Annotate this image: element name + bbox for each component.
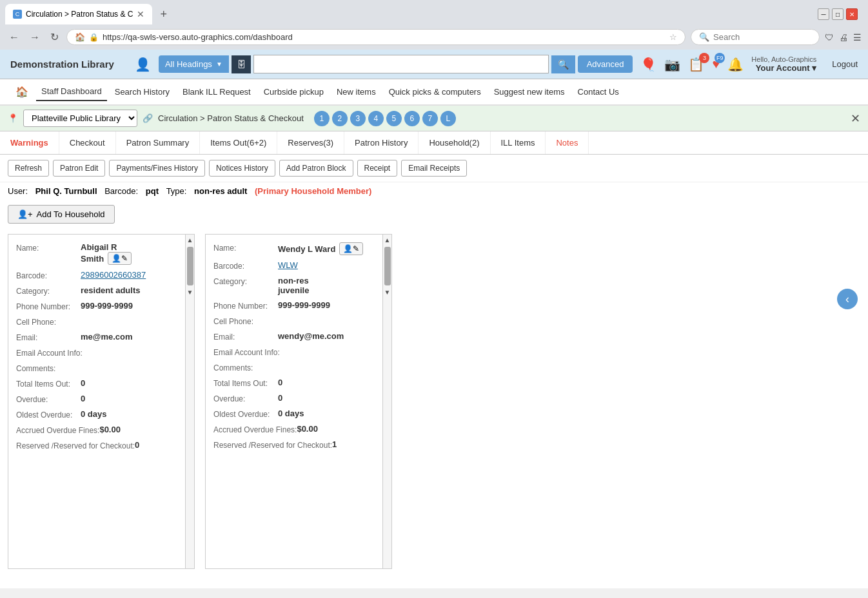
tab-patron-history[interactable]: Patron History — [344, 131, 419, 154]
nav-new-items[interactable]: New items — [331, 83, 381, 101]
nav-curbside[interactable]: Curbside pickup — [259, 83, 329, 101]
page-6[interactable]: 6 — [404, 111, 420, 126]
star-icon[interactable]: ☆ — [669, 32, 677, 42]
search-box[interactable]: 🔍 — [691, 29, 820, 45]
patron-2-email-account-label: Email Account Info: — [213, 347, 280, 357]
patron-card-2-content: Name: Wendy L Ward 👤✎ Barcode: WLW — [206, 235, 384, 463]
address-url: https://qa-swls-verso.auto-graphics.com/… — [103, 32, 666, 42]
nav-search-history[interactable]: Search History — [110, 83, 175, 101]
search-input[interactable] — [713, 32, 804, 42]
page-5[interactable]: 5 — [386, 111, 402, 126]
tab-reserves[interactable]: Reserves(3) — [277, 131, 344, 154]
nav-blank-ill[interactable]: Blank ILL Request — [177, 83, 256, 101]
home-icon: 🏠 — [75, 32, 85, 42]
menu-icon[interactable]: ☰ — [853, 32, 862, 43]
receipt-button[interactable]: Receipt — [357, 160, 398, 177]
patron-1-barcode[interactable]: 29896002660387 — [81, 270, 146, 280]
user-label: User: — [8, 186, 28, 196]
patron-1-email: me@me.com — [81, 332, 133, 342]
email-receipts-button[interactable]: Email Receipts — [401, 160, 467, 177]
add-patron-block-button[interactable]: Add Patron Block — [279, 160, 353, 177]
address-bar: ← → ↻ 🏠 🔒 https://qa-swls-verso.auto-gra… — [0, 24, 868, 50]
maximize-button[interactable]: □ — [832, 8, 843, 20]
type-label: Type: — [166, 186, 187, 196]
forward-button[interactable]: → — [27, 29, 43, 46]
library-select[interactable]: Platteville Public Library — [23, 110, 137, 127]
print-icon[interactable]: 🖨 — [839, 32, 848, 43]
page-L[interactable]: L — [440, 111, 456, 126]
bell-icon[interactable]: 🔔 — [727, 57, 744, 72]
minimize-button[interactable]: ─ — [818, 8, 829, 20]
patron-2-overdue-label: Overdue: — [213, 393, 278, 403]
patron-1-scrollbar[interactable]: ▲ ▼ — [185, 235, 194, 568]
address-input-wrap[interactable]: 🏠 🔒 https://qa-swls-verso.auto-graphics.… — [66, 29, 686, 45]
patron-2-overdue-field: Overdue: 0 — [213, 393, 376, 403]
tab-warnings[interactable]: Warnings — [0, 131, 59, 154]
add-person-icon: 👤+ — [17, 209, 33, 219]
scroll-down-2-icon[interactable]: ▼ — [383, 287, 391, 298]
patron-card-1: Name: Abigail R Smith 👤✎ Barcode: — [8, 234, 195, 569]
notices-history-button[interactable]: Notices History — [209, 160, 275, 177]
tab-household[interactable]: Household(2) — [419, 131, 490, 154]
page-2[interactable]: 2 — [332, 111, 348, 126]
search-input[interactable] — [253, 55, 549, 73]
patron-1-comments-label: Comments: — [16, 363, 81, 373]
nav-suggest[interactable]: Suggest new items — [489, 83, 570, 101]
nav-contact[interactable]: Contact Us — [573, 83, 624, 101]
patron-1-edit-icon-button[interactable]: 👤✎ — [108, 252, 132, 265]
patron-2-name-label: Name: — [213, 242, 278, 255]
balloon-icon[interactable]: 🎈 — [640, 57, 656, 72]
patron-2-barcode[interactable]: WLW — [278, 260, 298, 271]
new-tab-button[interactable]: + — [155, 5, 172, 24]
scroll-thumb-2[interactable] — [384, 247, 391, 285]
patron-1-oldest-overdue-field: Oldest Overdue: 0 days — [16, 409, 179, 420]
advanced-search-button[interactable]: Advanced — [578, 55, 633, 73]
database-icon[interactable]: 🗄 — [232, 55, 251, 73]
close-button[interactable]: ✕ — [846, 8, 858, 20]
patron-1-overdue-field: Overdue: 0 — [16, 394, 179, 404]
refresh-button[interactable]: Refresh — [8, 160, 49, 177]
nav-home-icon[interactable]: 🏠 — [10, 82, 34, 102]
page-4[interactable]: 4 — [368, 111, 384, 126]
page-7[interactable]: 7 — [422, 111, 438, 126]
heading-select[interactable]: All Headings ▼ — [159, 55, 229, 73]
patron-2-email-account-field: Email Account Info: — [213, 347, 376, 357]
user-name: Phil Q. Turnbull — [35, 186, 97, 196]
tab-patron-summary[interactable]: Patron Summary — [116, 131, 201, 154]
search-button[interactable]: 🔍 — [551, 55, 575, 73]
nav-staff-dashboard[interactable]: Staff Dashboard — [36, 82, 107, 101]
user-info: Hello, Auto-Graphics Your Account ▾ — [751, 55, 816, 73]
scroll-up-2-icon[interactable]: ▲ — [383, 235, 391, 246]
tab-items-out[interactable]: Items Out(6+2) — [200, 131, 277, 154]
nav-quick-picks[interactable]: Quick picks & computers — [384, 83, 486, 101]
patron-1-overdue: 0 — [81, 394, 85, 404]
patron-2-edit-icon-button[interactable]: 👤✎ — [339, 242, 363, 255]
patron-2-fines-field: Accrued Overdue Fines: $0.00 — [213, 424, 376, 434]
patron-edit-button[interactable]: Patron Edit — [53, 160, 105, 177]
tab-notes[interactable]: Notes — [546, 131, 589, 154]
patron-2-scrollbar[interactable]: ▲ ▼ — [382, 235, 391, 568]
tab-close-icon[interactable]: ✕ — [137, 10, 144, 19]
scroll-thumb[interactable] — [187, 247, 193, 285]
tab-ill-items[interactable]: ILL Items — [491, 131, 546, 154]
logout-button[interactable]: Logout — [832, 59, 858, 69]
right-nav-arrow[interactable]: ‹ — [837, 289, 858, 309]
add-to-household-button[interactable]: 👤+ Add To Household — [8, 205, 115, 224]
scroll-down-icon[interactable]: ▼ — [186, 287, 194, 298]
browser-tab[interactable]: C Circulation > Patron Status & C ✕ — [5, 4, 152, 24]
patron-2-category-field: Category: non-res juvenile — [213, 276, 376, 295]
payments-fines-button[interactable]: Payments/Fines History — [109, 160, 205, 177]
tab-checkout[interactable]: Checkout — [59, 131, 116, 154]
reload-button[interactable]: ↻ — [48, 28, 61, 46]
camera-icon[interactable]: 📷 — [664, 57, 680, 72]
scroll-up-icon[interactable]: ▲ — [186, 235, 194, 246]
breadcrumb-close-button[interactable]: ✕ — [851, 111, 860, 126]
page-1[interactable]: 1 — [314, 111, 330, 126]
user-account[interactable]: Your Account ▾ — [751, 63, 816, 73]
back-button[interactable]: ← — [6, 29, 22, 46]
heart-icon[interactable]: ♥ F9 — [712, 57, 720, 72]
patron-1-email-field: Email: me@me.com — [16, 332, 179, 342]
patron-2-overdue: 0 — [278, 393, 282, 403]
page-3[interactable]: 3 — [350, 111, 366, 126]
list-icon[interactable]: 📋 3 — [688, 57, 704, 72]
